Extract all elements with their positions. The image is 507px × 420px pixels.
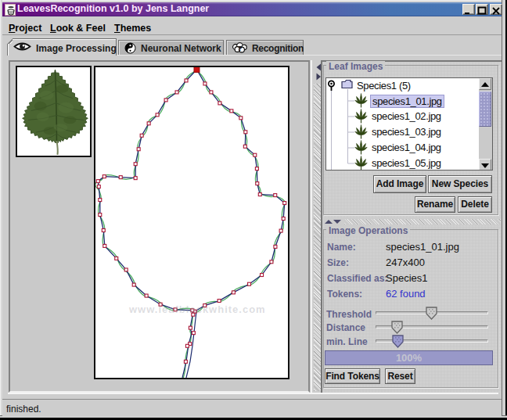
svg-text:?: ?	[238, 45, 243, 52]
